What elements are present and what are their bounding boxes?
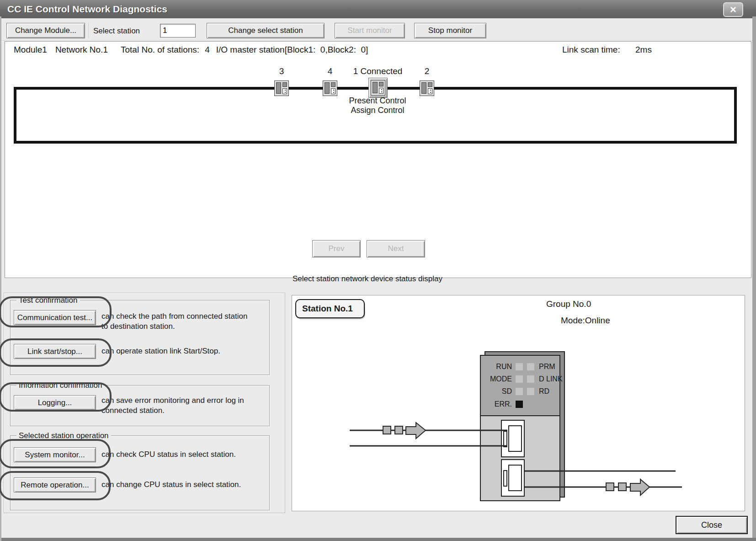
station-icon-block xyxy=(331,82,335,87)
led-row-err: ERR. xyxy=(484,400,527,409)
station-number-box: Station No.1 xyxy=(295,299,365,318)
system-monitor-button[interactable]: System monitor... xyxy=(14,447,96,462)
led-row-run-prm: RUN PRM xyxy=(484,362,555,371)
logging-desc-2: connected station. xyxy=(101,406,165,415)
dlink-led-indicator xyxy=(527,375,534,383)
station-icon-block xyxy=(379,82,383,86)
station-icon-block xyxy=(282,88,287,94)
station-icon-block xyxy=(421,82,426,94)
station-1-present-control: Present Control xyxy=(332,96,423,106)
prm-led-indicator xyxy=(527,363,534,370)
communication-test-desc-2: to destination station. xyxy=(101,322,175,331)
mode-led-indicator xyxy=(516,375,523,383)
station-1-icon[interactable] xyxy=(371,80,385,96)
group-test-confirmation-title: Test confirmation xyxy=(16,296,80,305)
station-1-selected-frame[interactable] xyxy=(368,78,388,98)
group-selected-station-operation xyxy=(10,435,270,510)
select-station-input[interactable] xyxy=(160,24,196,37)
station-3-number: 3 xyxy=(268,66,295,76)
run-led-label: RUN xyxy=(484,363,512,371)
communication-test-button[interactable]: Communication test... xyxy=(14,310,96,325)
sd-led-label: SD xyxy=(484,387,512,396)
rd-led-indicator xyxy=(527,388,534,395)
window-edge xyxy=(0,16,1,541)
station-icon-block xyxy=(282,82,287,87)
station-icon-block xyxy=(325,82,330,94)
close-icon[interactable]: × xyxy=(723,2,743,17)
led-row-mode-dlink: MODE D LINK xyxy=(484,375,563,384)
total-stations-label: Total No. of stations: xyxy=(121,45,199,55)
rd-led-label: RD xyxy=(539,387,549,396)
port-latch xyxy=(503,470,507,487)
link-start-stop-desc: can operate station link Start/Stop. xyxy=(101,347,220,356)
err-led-indicator xyxy=(516,401,523,408)
module-port-in xyxy=(501,420,525,457)
mode-led-label: MODE xyxy=(484,375,512,383)
diagnostics-dialog: CC IE Control Network Diagnostics × Chan… xyxy=(0,0,756,541)
next-button[interactable]: Next xyxy=(367,240,425,257)
station-icon-block xyxy=(428,82,432,87)
total-stations-value: 4 xyxy=(205,45,210,55)
start-monitor-button[interactable]: Start monitor xyxy=(335,23,405,38)
window-edge xyxy=(0,538,756,541)
logging-button[interactable]: Logging... xyxy=(14,395,96,410)
remote-operation-desc: can change CPU status in select station. xyxy=(101,480,241,489)
io-master-station: I/O master station[Block1: 0,Block2: 0] xyxy=(216,45,368,55)
station-icon-block xyxy=(428,88,432,94)
led-row-sd-rd: SD RD xyxy=(484,387,549,396)
network-status-line: Module1 Network No.1 Total No. of statio… xyxy=(14,45,368,55)
system-monitor-desc: can check CPU status in select station. xyxy=(101,450,236,459)
prev-button[interactable]: Prev xyxy=(312,240,361,257)
station-icon-block xyxy=(331,88,335,94)
station-icon-block xyxy=(379,88,383,94)
group-information-confirmation-title: Information confirmation xyxy=(16,381,104,390)
title-bar: CC IE Control Network Diagnostics xyxy=(0,0,756,18)
select-station-label: Select station xyxy=(93,27,140,36)
port-inner xyxy=(508,465,522,491)
station-1-number: 1 Connected xyxy=(345,66,411,76)
device-status-section-label: Select station network device status dis… xyxy=(293,274,442,284)
window-title: CC IE Control Network Diagnostics xyxy=(7,4,167,15)
change-select-station-button[interactable]: Change select station xyxy=(207,23,325,38)
window-edge xyxy=(752,16,756,541)
module-name: Module1 xyxy=(14,45,47,55)
network-number: Network No.1 xyxy=(55,45,108,55)
station-icon-block xyxy=(276,82,281,94)
logging-desc-1: can save error monitoring and error log … xyxy=(101,396,244,405)
station-4-number: 4 xyxy=(316,66,344,76)
station-1-assign-control: Assign Control xyxy=(332,106,423,115)
station-2-number: 2 xyxy=(413,66,441,76)
module-port-out xyxy=(501,459,525,497)
link-start-stop-button[interactable]: Link start/stop... xyxy=(14,344,96,359)
port-inner xyxy=(508,425,522,452)
remote-operation-button[interactable]: Remote operation... xyxy=(14,477,96,493)
toolbar-divider xyxy=(89,23,90,38)
station-icon-block xyxy=(373,82,378,93)
link-scan-time-label: Link scan time: xyxy=(562,45,620,55)
port-latch xyxy=(503,431,507,447)
group-number-label: Group No.0 xyxy=(546,299,591,309)
station-4-icon[interactable] xyxy=(323,80,337,96)
dlink-led-label: D LINK xyxy=(539,375,563,383)
mode-label: Mode:Online xyxy=(561,316,610,326)
stop-monitor-button[interactable]: Stop monitor xyxy=(414,23,486,38)
close-button[interactable]: Close xyxy=(676,516,748,534)
sd-led-indicator xyxy=(516,388,523,395)
communication-test-desc-1: can check the path from connected statio… xyxy=(101,312,247,321)
link-scan-time-value: 2ms xyxy=(635,45,652,55)
err-led-label: ERR. xyxy=(484,400,512,408)
run-led-indicator xyxy=(516,363,523,370)
change-module-button[interactable]: Change Module... xyxy=(6,23,85,38)
station-2-icon[interactable] xyxy=(420,80,434,96)
prm-led-label: PRM xyxy=(539,363,555,371)
group-selected-station-operation-title: Selected station operation xyxy=(16,431,111,440)
station-3-icon[interactable] xyxy=(274,80,289,96)
